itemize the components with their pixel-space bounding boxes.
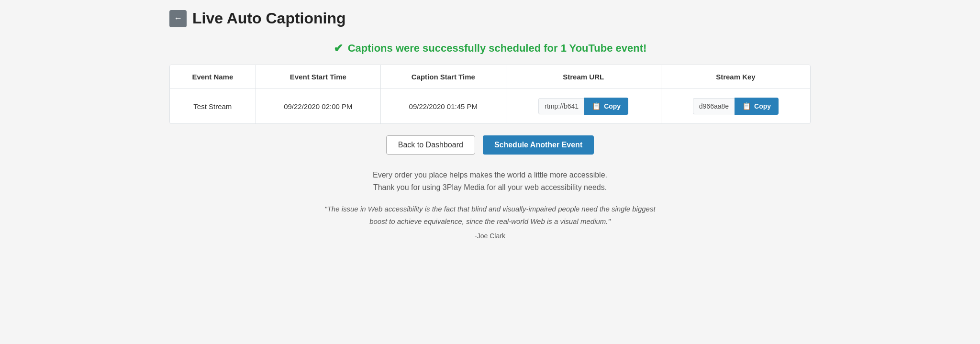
copy-stream-key-label: Copy: [754, 102, 771, 110]
table-row: Test Stream 09/22/2020 02:00 PM 09/22/20…: [170, 89, 810, 124]
col-event-start-time: Event Start Time: [256, 65, 380, 89]
table-header-row: Event Name Event Start Time Caption Star…: [170, 65, 810, 89]
footer-line2: Thank you for using 3Play Media for all …: [169, 181, 811, 194]
schedule-another-event-button[interactable]: Schedule Another Event: [483, 135, 594, 155]
footer-line1: Every order you place helps makes the wo…: [169, 169, 811, 181]
success-message: ✔ Captions were successfully scheduled f…: [169, 42, 811, 55]
copy-stream-key-button[interactable]: 📋 Copy: [735, 98, 779, 115]
copy-stream-url-icon: 📋: [592, 102, 601, 111]
events-table: Event Name Event Start Time Caption Star…: [170, 65, 810, 123]
success-text: Captions were successfully scheduled for…: [348, 42, 647, 55]
copy-stream-key-icon: 📋: [742, 102, 751, 111]
success-icon: ✔: [334, 42, 343, 55]
stream-key-value: d966aa8e: [693, 98, 735, 114]
cell-stream-key: d966aa8e 📋 Copy: [661, 89, 810, 124]
events-table-wrapper: Event Name Event Start Time Caption Star…: [169, 65, 811, 124]
stream-url-value: rtmp://b641: [538, 98, 584, 114]
quote-author: -Joe Clark: [169, 232, 811, 240]
footer-message: Every order you place helps makes the wo…: [169, 169, 811, 193]
quote-text: "The issue in Web accessibility is the f…: [323, 203, 657, 227]
col-event-name: Event Name: [170, 65, 256, 89]
col-caption-start-time: Caption Start Time: [381, 65, 506, 89]
copy-stream-url-label: Copy: [604, 102, 621, 110]
cell-stream-url: rtmp://b641 📋 Copy: [506, 89, 661, 124]
cell-event-start-time: 09/22/2020 02:00 PM: [256, 89, 380, 124]
back-arrow-button[interactable]: ←: [169, 10, 187, 27]
copy-stream-url-button[interactable]: 📋 Copy: [584, 98, 628, 115]
back-to-dashboard-button[interactable]: Back to Dashboard: [386, 135, 475, 155]
cell-caption-start-time: 09/22/2020 01:45 PM: [381, 89, 506, 124]
cell-event-name: Test Stream: [170, 89, 256, 124]
action-buttons: Back to Dashboard Schedule Another Event: [169, 135, 811, 155]
col-stream-url: Stream URL: [506, 65, 661, 89]
col-stream-key: Stream Key: [661, 65, 810, 89]
page-title: Live Auto Captioning: [192, 10, 346, 27]
back-arrow-icon: ←: [174, 13, 182, 23]
